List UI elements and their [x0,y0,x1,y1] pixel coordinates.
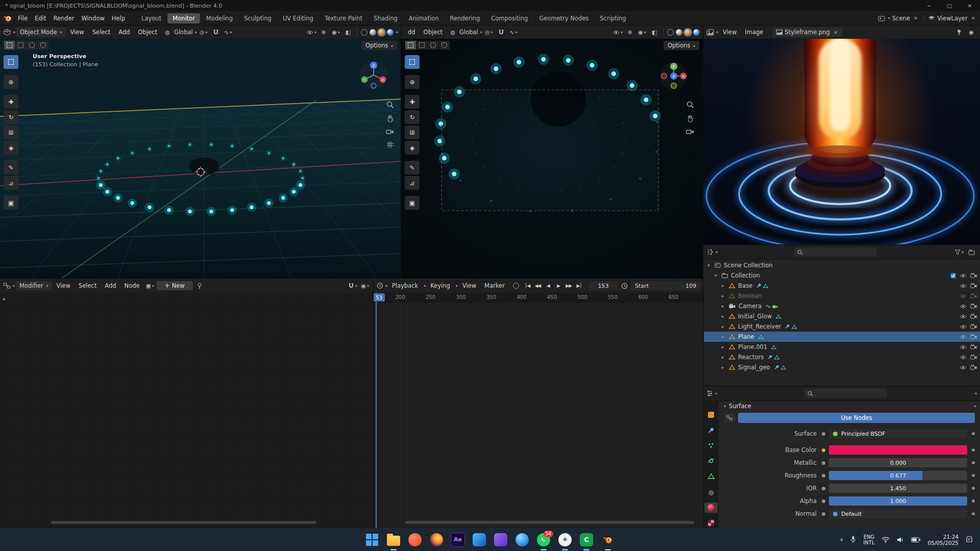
keyframe-dot-icon[interactable] [972,432,975,435]
menu-view[interactable]: View [53,281,74,290]
menu-edit[interactable]: Edit [31,14,50,23]
sidebar-toggle-icon[interactable]: ▸ [3,296,6,302]
keyframe-dot-icon[interactable] [972,461,975,464]
workspace-tab-texture-paint[interactable]: Texture Paint [320,13,368,23]
node-tree-type-selector[interactable]: Modifier▾ [16,281,52,290]
navigation-gizmo[interactable]: Y X Z [659,62,688,90]
overlays-toggle-icon[interactable]: ◉▾ [330,28,341,37]
image-settings-icon[interactable]: ◉ [966,28,977,37]
outliner-item-plane.001[interactable]: ▸Plane.001 [703,342,980,352]
viewport-3d-middle[interactable]: dd Object ◍ Global▾ ◎▾ ∿▾ ▾ ⊕ ◉▾ ◧ Optio… [401,26,703,279]
pan-hand-icon[interactable] [687,115,694,122]
hide-eye-icon[interactable] [960,304,967,309]
workspace-tab-shading[interactable]: Shading [369,13,403,23]
object-visibility-icon[interactable]: ▾ [612,28,623,37]
tool-cursor[interactable]: ⊕ [4,75,18,89]
tool-select-box[interactable] [4,55,18,69]
pivot-point-icon[interactable]: ◎▾ [483,28,495,37]
jump-to-end-button[interactable]: ▶│ [574,281,583,290]
pan-hand-icon[interactable] [386,115,394,122]
select-box-button[interactable] [416,41,427,49]
menu-add[interactable]: Add [115,28,133,37]
mode-selector[interactable]: Object Mode▾ [16,28,65,37]
play-reverse-button[interactable]: ◀ [544,281,553,290]
app-purple[interactable] [494,533,508,547]
disable-in-render-icon[interactable] [970,314,977,319]
timeline-editor[interactable]: ▾ Playback▾ Keying▾ View Marker │◀ ◀◀ ◀ … [374,279,703,528]
proportional-edit-icon[interactable]: ∿▾ [223,28,234,37]
new-node-tree-button[interactable]: +New [157,281,193,290]
tool-add-cube[interactable]: ▣ [405,196,420,210]
language-indicator[interactable]: ENGINTL [863,534,874,545]
tool-annotate[interactable]: ✎ [405,161,420,174]
tool-measure[interactable]: ⊿ [4,176,18,190]
tool-scale[interactable]: ⊞ [405,126,420,139]
properties-editor[interactable]: ▾ ▾ ◍ ▾Surface▾ Use Nodes Surface Princi… [703,386,980,528]
workspace-tab-rendering[interactable]: Rendering [445,13,485,23]
shading-solid-icon[interactable] [370,29,376,36]
keyframe-dot-icon[interactable] [972,487,975,490]
hide-eye-icon[interactable] [960,345,967,349]
disable-in-render-icon[interactable] [970,273,977,278]
workspace-tab-modeling[interactable]: Modeling [201,13,238,23]
use-nodes-button[interactable]: Use Nodes [738,413,975,423]
wifi-icon[interactable] [881,537,890,543]
editor-type-3d-icon[interactable] [3,29,11,36]
select-lasso-button[interactable] [38,41,48,49]
scene-selector[interactable]: Scene [892,15,910,22]
menu-view[interactable]: View [719,28,740,37]
overlays-toggle-icon[interactable]: ◉▾ [359,281,371,290]
menu-file[interactable]: File [14,14,31,23]
modifier-properties-tab[interactable] [704,425,718,435]
outliner-item-reactors[interactable]: ▸Reactors [703,352,980,362]
blender-app[interactable] [601,533,615,547]
outliner-row-scene-collection[interactable]: ▾Scene Collection [703,260,980,270]
menu-node[interactable]: Node [121,281,143,290]
collection-checkbox[interactable] [950,273,956,279]
shading-solid-icon[interactable] [676,29,682,36]
disable-in-render-icon[interactable] [970,283,977,288]
horizontal-scrollbar[interactable] [51,521,316,524]
keyframe-dot-icon[interactable] [972,474,975,477]
datablock-browse-icon[interactable]: ▣▾ [144,281,156,290]
jump-to-start-button[interactable]: │◀ [523,281,532,290]
xray-toggle-icon[interactable]: ◧ [649,28,660,37]
camera-view-icon[interactable] [686,129,694,135]
prop-slider-alpha[interactable]: 1.000 [829,496,967,506]
tool-add-cube[interactable]: ▣ [4,196,18,210]
object-visibility-icon[interactable]: ▾ [306,28,317,37]
disable-in-render-icon[interactable] [970,344,977,349]
hide-eye-icon[interactable] [960,335,967,339]
disable-in-render-icon[interactable] [970,334,977,339]
shading-wireframe-icon[interactable] [361,29,368,36]
workspace-tab-uv-editing[interactable]: UV Editing [278,13,318,23]
menu-object[interactable]: Object [135,28,161,37]
menu-image[interactable]: Image [741,28,767,37]
workspace-tab-layout[interactable]: Layout [136,13,166,23]
notification-icon[interactable] [966,536,973,543]
shading-rendered-icon[interactable] [693,29,700,36]
particles-properties-tab[interactable] [704,441,718,450]
workspace-tab-scripting[interactable]: Scripting [595,13,631,23]
disable-in-render-icon[interactable] [970,324,977,329]
outliner-row-collection[interactable]: ▾Collection [703,270,980,281]
menu-object[interactable]: Object [420,28,446,37]
surface-panel-header[interactable]: ▾Surface▾ [719,400,980,412]
outliner-item-camera[interactable]: ▸Camera [703,301,980,311]
constraint-properties-tab[interactable]: ◍ [704,487,718,497]
hide-eye-icon[interactable] [960,284,967,288]
close-button[interactable]: ✕ [960,0,980,11]
tool-move[interactable]: ✚ [4,95,18,109]
play-button[interactable]: ▶ [554,281,563,290]
hide-eye-icon[interactable] [960,355,967,360]
blender-logo-icon[interactable] [3,14,12,23]
gizmos-toggle-icon[interactable]: ⊕ [318,28,329,37]
workspace-tab-sculpting[interactable]: Sculpting [239,13,277,23]
outliner-item-signal_geo[interactable]: ▸Signal_geo [703,362,980,372]
menu-help[interactable]: Help [108,14,129,23]
brave-browser[interactable] [408,533,422,547]
tool-transform[interactable]: ◈ [405,141,420,155]
shading-rendered-icon[interactable] [387,29,394,36]
select-lasso-button[interactable] [439,41,450,49]
editor-type-outliner-icon[interactable] [706,249,714,255]
